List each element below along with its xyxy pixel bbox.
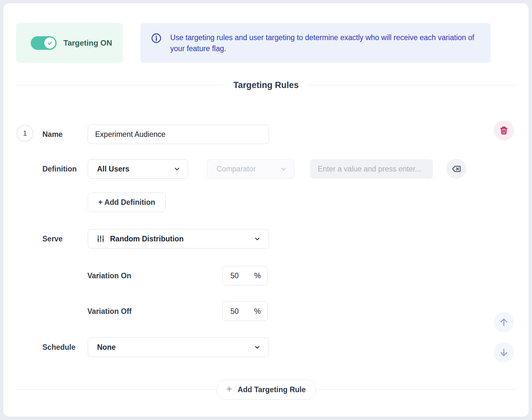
variation-on-input[interactable]: 50 %	[222, 266, 268, 285]
backspace-icon	[451, 164, 461, 174]
chevron-down-icon	[254, 344, 261, 351]
section-title: Targeting Rules	[224, 80, 308, 90]
sliders-icon	[96, 235, 105, 243]
chevron-down-icon	[254, 235, 261, 242]
variation-on-value: 50	[230, 271, 239, 280]
targeting-rules-header: Targeting Rules	[16, 79, 516, 91]
definition-label: Definition	[42, 159, 77, 179]
variation-off-label: Variation Off	[87, 302, 132, 321]
clear-definition-button[interactable]	[446, 159, 466, 179]
move-rule-up-button[interactable]	[494, 312, 514, 332]
delete-rule-button[interactable]	[494, 120, 514, 140]
targeting-toggle-label: Targeting ON	[63, 23, 112, 63]
percent-sign: %	[254, 307, 261, 316]
rule-number-badge: 1	[17, 125, 33, 142]
percent-sign: %	[254, 271, 261, 280]
variation-off-value: 50	[230, 307, 239, 316]
add-definition-button[interactable]: + Add Definition	[88, 193, 166, 212]
variation-off-input[interactable]: 50 %	[222, 302, 268, 321]
toggle-knob	[44, 38, 55, 49]
check-icon	[47, 40, 53, 46]
move-rule-down-button[interactable]	[494, 342, 514, 362]
info-icon	[151, 33, 161, 45]
schedule-label: Schedule	[42, 337, 75, 357]
divider-line-right	[308, 85, 516, 85]
schedule-select[interactable]: None	[88, 337, 269, 357]
comparator-select: Comparator	[207, 159, 294, 179]
rule-name-input[interactable]	[88, 125, 269, 144]
arrow-up-icon	[499, 317, 509, 327]
chevron-down-icon	[173, 165, 181, 172]
serve-value: Random Distribution	[110, 235, 183, 243]
serve-label: Serve	[42, 229, 63, 249]
page-background: Targeting ON Use targeting rules and use…	[0, 0, 532, 420]
trash-icon	[499, 126, 509, 135]
add-targeting-rule-label: Add Targeting Rule	[238, 385, 305, 394]
comparator-placeholder: Comparator	[216, 165, 256, 173]
definition-value-input	[310, 159, 433, 179]
schedule-value: None	[97, 343, 116, 352]
chevron-down-icon	[280, 165, 287, 172]
divider-line-left	[16, 85, 224, 85]
serve-select[interactable]: Random Distribution	[88, 229, 269, 249]
targeting-panel: Targeting ON Use targeting rules and use…	[3, 3, 529, 417]
arrow-down-icon	[499, 347, 509, 358]
targeting-toggle-box: Targeting ON	[16, 23, 123, 63]
definition-property-select[interactable]: All Users	[88, 159, 188, 179]
plus-icon: +	[226, 384, 232, 394]
variation-on-label: Variation On	[87, 266, 131, 285]
add-targeting-rule-button[interactable]: + Add Targeting Rule	[216, 380, 316, 400]
targeting-toggle[interactable]	[31, 36, 57, 50]
info-banner-text: Use targeting rules and user targeting t…	[170, 32, 481, 54]
definition-property-value: All Users	[97, 165, 129, 173]
info-banner: Use targeting rules and user targeting t…	[140, 23, 491, 63]
name-label: Name	[42, 125, 63, 144]
